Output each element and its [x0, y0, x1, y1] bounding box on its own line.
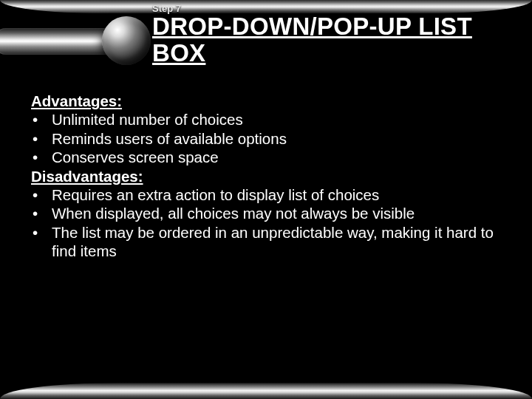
bullet-icon: •	[31, 223, 52, 242]
bullet-icon: •	[31, 204, 52, 222]
list-item: • When displayed, all choices may not al…	[31, 204, 505, 222]
list-item-text: The list may be ordered in an unpredicta…	[52, 223, 505, 261]
bullet-icon: •	[31, 148, 52, 166]
bullet-icon: •	[31, 110, 52, 129]
list-item: • Conserves screen space	[31, 148, 505, 166]
disadvantages-heading: Disadvantages:	[31, 167, 505, 185]
list-item: • Unlimited number of choices	[31, 110, 505, 129]
slide-title: DROP-DOWN/POP-UP LIST BOX	[152, 13, 514, 66]
bullet-icon: •	[31, 129, 52, 148]
list-item-text: When displayed, all choices may not alwa…	[52, 204, 505, 222]
list-item: • The list may be ordered in an unpredic…	[31, 223, 505, 261]
list-item-text: Unlimited number of choices	[52, 110, 505, 129]
list-item: • Reminds users of available options	[31, 129, 505, 148]
list-item-text: Reminds users of available options	[52, 129, 505, 148]
bottom-metallic-band	[0, 383, 532, 399]
list-item-text: Requires an extra action to display list…	[52, 185, 505, 204]
decorative-orb	[0, 10, 149, 71]
list-item: • Requires an extra action to display li…	[31, 185, 505, 204]
bullet-icon: •	[31, 185, 52, 204]
slide-body: Advantages: • Unlimited number of choice…	[31, 92, 505, 261]
advantages-heading: Advantages:	[31, 92, 505, 110]
list-item-text: Conserves screen space	[52, 148, 505, 166]
